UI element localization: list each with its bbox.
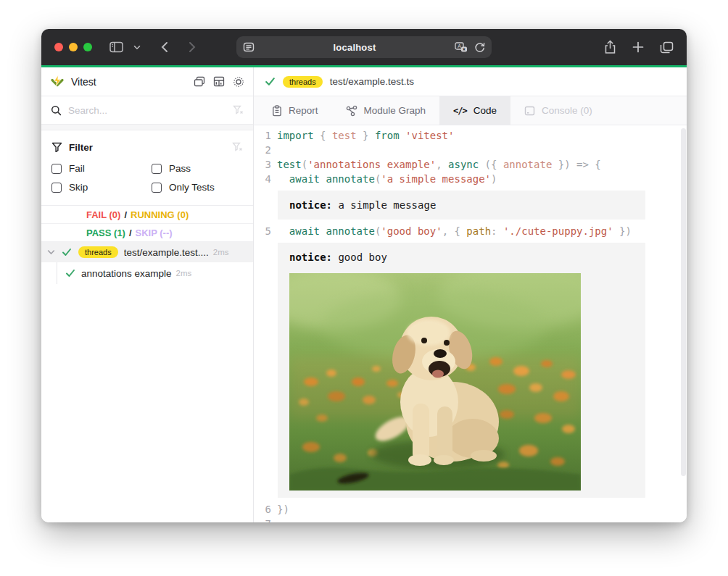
reader-icon[interactable] <box>243 42 255 52</box>
code-token: , { <box>442 225 467 237</box>
filter-title: Filter <box>69 142 93 153</box>
clipboard-icon <box>272 105 282 117</box>
minimize-window-button[interactable] <box>69 43 78 51</box>
annotation-text: notice: good boy <box>289 250 634 264</box>
clear-search-filter-icon[interactable] <box>233 105 244 115</box>
filter-checkbox-fail[interactable]: Fail <box>51 163 152 174</box>
checkbox-icon[interactable] <box>51 183 62 193</box>
sidebar-toggle-icon[interactable] <box>109 41 123 53</box>
app-title: Vitest <box>71 76 96 88</box>
code-token: }) => { <box>552 159 600 170</box>
test-file-name: test/example.test.... <box>124 247 209 258</box>
code-token: 'annotations example' <box>307 159 436 170</box>
back-button[interactable] <box>161 41 168 53</box>
running-count: RUNNING (0) <box>131 209 189 220</box>
test-file-tree-item[interactable]: threads test/example.test.... 2ms <box>41 242 253 262</box>
test-status-summary: FAIL (0) / RUNNING (0) PASS (1) / SKIP (… <box>41 205 253 242</box>
vitest-sidebar: Vitest <box>41 67 254 522</box>
pass-check-icon <box>65 269 75 277</box>
code-token: { <box>314 130 332 141</box>
code-token: 'vitest' <box>405 130 454 141</box>
browser-window: localhost A★ <box>41 29 687 522</box>
chevron-down-icon[interactable] <box>133 45 141 50</box>
code-token: path <box>466 225 491 237</box>
theme-toggle-sun-icon[interactable] <box>233 76 244 88</box>
search-input[interactable] <box>68 105 233 116</box>
funnel-icon <box>51 142 62 152</box>
code-token: './cute-puppy.jpg' <box>503 225 613 237</box>
code-token: 'a simple message' <box>381 173 491 185</box>
code-line: 4 await annotate('a simple message') <box>254 172 687 186</box>
dashboard-icon[interactable] <box>194 76 205 87</box>
vitest-logo-icon <box>50 75 65 89</box>
code-token <box>277 173 289 185</box>
url-text: localhost <box>255 42 455 53</box>
address-bar[interactable]: localhost A★ <box>236 36 492 58</box>
line-number: 7 <box>254 517 271 522</box>
code-line: 5 await annotate('good boy', { path: './… <box>254 224 687 238</box>
code-token: ) <box>491 173 497 185</box>
code-token: annotate <box>326 225 374 237</box>
filter-checkbox-pass[interactable]: Pass <box>152 163 243 174</box>
main-pane: threads test/example.test.ts Report Modu… <box>254 67 687 522</box>
skip-count: SKIP (--) <box>136 228 173 238</box>
tab-report[interactable]: Report <box>258 96 332 125</box>
pool-badge: threads <box>283 76 323 88</box>
test-case-name: annotations example <box>81 268 172 279</box>
console-icon <box>524 106 535 116</box>
line-number: 4 <box>254 172 271 186</box>
new-tab-icon[interactable] <box>632 41 644 53</box>
fail-count: FAIL (0) <box>86 209 120 220</box>
test-case-tree-item[interactable]: annotations example 2ms <box>41 262 253 284</box>
code-token: : <box>491 225 503 237</box>
code-line: 6}) <box>254 502 687 517</box>
search-bar <box>41 96 253 125</box>
code-token: from <box>375 130 400 141</box>
code-token: }) <box>277 504 289 515</box>
tab-overview-icon[interactable] <box>660 41 674 54</box>
line-number: 6 <box>254 502 271 517</box>
puppy-image <box>289 273 581 491</box>
scrollbar-thumb[interactable] <box>681 128 686 476</box>
code-token: , <box>436 159 448 170</box>
reload-icon[interactable] <box>474 42 485 53</box>
code-token <box>277 225 289 237</box>
search-icon <box>51 105 62 116</box>
checkbox-icon[interactable] <box>152 164 162 174</box>
tab-code[interactable]: </> Code <box>439 96 510 125</box>
report-layout-icon[interactable] <box>213 76 225 87</box>
filter-checkbox-skip[interactable]: Skip <box>51 182 152 193</box>
code-content: 1import { test } from 'vitest'23test('an… <box>254 128 687 522</box>
svg-text:★: ★ <box>462 47 466 51</box>
file-header: threads test/example.test.ts <box>254 67 687 96</box>
filter-checkbox-only-tests[interactable]: Only Tests <box>152 182 243 193</box>
pool-badge: threads <box>78 246 118 258</box>
code-token: async <box>448 159 479 170</box>
tab-console: Console (0) <box>510 96 606 125</box>
line-number: 5 <box>254 224 271 238</box>
sidebar-divider <box>41 125 253 130</box>
code-token: import <box>277 130 314 141</box>
pass-check-icon <box>265 77 276 86</box>
forward-button[interactable] <box>189 41 196 53</box>
clear-filter-icon[interactable] <box>232 142 243 152</box>
module-graph-icon <box>346 105 357 117</box>
annotation-notice: notice: a simple message <box>278 191 645 220</box>
code-token <box>400 130 405 141</box>
zoom-window-button[interactable] <box>83 43 92 51</box>
browser-titlebar: localhost A★ <box>41 29 687 65</box>
code-token: await <box>289 225 320 237</box>
translate-icon[interactable]: A★ <box>455 42 468 53</box>
code-icon: </> <box>453 106 467 116</box>
close-window-button[interactable] <box>54 43 63 51</box>
view-tabs: Report Module Graph </> Code Console <box>254 96 687 125</box>
checkbox-icon[interactable] <box>152 183 162 193</box>
annotation-notice: notice: good boy <box>278 243 645 498</box>
checkbox-icon[interactable] <box>51 164 62 174</box>
line-number: 3 <box>254 157 271 172</box>
tab-module-graph[interactable]: Module Graph <box>332 96 440 125</box>
chevron-down-icon[interactable] <box>47 249 55 255</box>
code-token: annotate <box>503 159 552 170</box>
code-token: }) <box>613 225 632 237</box>
share-icon[interactable] <box>604 40 616 54</box>
